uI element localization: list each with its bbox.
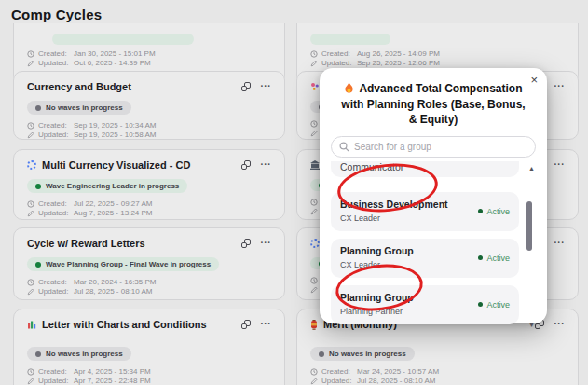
updated-row: Updated:Apr 7, 2025 - 22:48 PM xyxy=(27,377,271,385)
created-row: Created:Jul 22, 2025 - 09:27 AM xyxy=(27,199,271,208)
clock-icon xyxy=(27,368,34,376)
card-title: Currency and Budget xyxy=(27,81,131,92)
clock-icon xyxy=(310,50,318,58)
group-search xyxy=(331,136,536,158)
wave-status-badge xyxy=(52,34,194,45)
cycle-card-currency-and-budget[interactable]: Currency and Budget ··· No waves in prog… xyxy=(13,71,285,140)
wave-status-badge: No waves in progress xyxy=(27,101,131,115)
status-dot xyxy=(35,105,41,111)
pencil-icon xyxy=(27,60,34,67)
created-row: Created:Aug 26, 2025 - 14:09 PM xyxy=(310,49,565,58)
wave-status-badge: Wave Planning Group - Final Wave in prog… xyxy=(27,257,219,271)
scrollbar-thumb[interactable] xyxy=(526,201,532,251)
card-title: Multi Currency Visualized - CD xyxy=(27,159,190,171)
duplicate-icon[interactable] xyxy=(241,239,251,248)
pencil-icon xyxy=(27,210,34,217)
updated-row: Updated:Jul 28, 2025 - 08:10 AM xyxy=(27,287,271,296)
duplicate-icon[interactable] xyxy=(241,82,251,91)
wave-status-badge xyxy=(310,34,390,45)
modal-title: Advanced Total Compensation with Plannin… xyxy=(336,81,530,128)
cycle-card-multi-currency-visualized[interactable]: Multi Currency Visualized - CD ··· Wave … xyxy=(13,149,285,220)
clock-icon xyxy=(27,279,34,286)
active-dot xyxy=(478,209,483,213)
confetti-icon xyxy=(310,82,320,91)
list-item-business-development[interactable]: Business Development CX Leader Active xyxy=(331,192,519,231)
created-row: Created:Mar 24, 2025 - 10:57 AM xyxy=(310,367,565,376)
spinner-icon xyxy=(310,239,320,248)
bar-chart-icon xyxy=(27,320,36,329)
lantern-icon xyxy=(310,320,318,330)
more-options-icon[interactable]: ··· xyxy=(554,320,566,329)
list-item-planning-group-partner[interactable]: Planning Group Planning Partner Active xyxy=(331,285,519,324)
created-row: Created:Sep 19, 2025 - 10:34 AM xyxy=(27,121,271,130)
updated-row: Updated:Oct 6, 2025 - 14:39 PM xyxy=(27,59,271,67)
clock-icon xyxy=(310,120,318,128)
search-input[interactable] xyxy=(354,142,527,152)
list-item-communicator[interactable]: Communicator xyxy=(331,161,519,177)
cycle-card-cycle-w-reward-letters[interactable]: Cycle w/ Reward Letters ··· Wave Plannin… xyxy=(13,227,285,300)
bank-icon xyxy=(310,160,320,170)
search-icon xyxy=(339,142,349,152)
status-dot xyxy=(35,351,41,357)
wave-status-badge: No waves in progress xyxy=(27,347,131,361)
clock-icon xyxy=(27,200,34,208)
page-title: Comp Cycles xyxy=(11,7,102,22)
cycle-card-letter-with-charts[interactable]: Letter with Charts and Conditions ··· No… xyxy=(13,309,285,385)
pencil-icon xyxy=(310,60,318,67)
clock-icon xyxy=(310,368,318,376)
more-options-icon[interactable]: ··· xyxy=(261,82,272,91)
fire-icon xyxy=(344,82,354,94)
pencil-icon xyxy=(27,378,34,385)
created-value: Sep 19, 2025 - 10:34 AM xyxy=(74,121,157,130)
more-options-icon[interactable]: ··· xyxy=(554,82,566,91)
status-dot xyxy=(35,262,41,268)
more-options-icon[interactable]: ··· xyxy=(554,160,566,170)
clock-icon xyxy=(27,122,34,130)
updated-value: Sep 25, 2025 - 12:06 PM xyxy=(357,59,440,67)
active-dot xyxy=(478,255,483,260)
scroll-up-icon[interactable]: ▲ xyxy=(528,165,535,172)
spinner-icon xyxy=(27,160,36,170)
status-dot xyxy=(35,184,41,189)
more-options-icon[interactable]: ··· xyxy=(261,320,272,329)
group-list: Communicator Business Development CX Lea… xyxy=(331,161,536,335)
created-value: Aug 26, 2025 - 14:09 PM xyxy=(357,49,440,58)
updated-row: Updated:Jul 28, 2025 - 08:10 AM xyxy=(310,377,565,385)
updated-row: Updated:Sep 25, 2025 - 12:06 PM xyxy=(310,59,565,67)
card-title: Letter with Charts and Conditions xyxy=(27,319,207,330)
more-options-icon[interactable]: ··· xyxy=(261,239,272,248)
scroll-down-icon[interactable]: ▼ xyxy=(528,322,535,328)
updated-value: Sep 19, 2025 - 10:58 AM xyxy=(74,131,157,139)
status-dot xyxy=(319,351,324,357)
card-title: Cycle w/ Reward Letters xyxy=(27,238,145,249)
duplicate-icon[interactable] xyxy=(241,160,251,170)
active-dot xyxy=(478,302,483,307)
close-icon[interactable]: × xyxy=(530,74,538,87)
pencil-icon xyxy=(310,378,318,385)
clock-icon xyxy=(310,277,318,284)
pencil-icon xyxy=(310,208,318,215)
pencil-icon xyxy=(27,288,34,296)
duplicate-icon[interactable] xyxy=(241,320,251,329)
created-row: Created:Mar 20, 2024 - 16:35 PM xyxy=(27,278,271,286)
pencil-icon xyxy=(310,130,318,137)
group-picker-modal: × Advanced Total Compensation with Plann… xyxy=(320,68,547,323)
more-options-icon[interactable]: ··· xyxy=(554,239,566,248)
clock-icon xyxy=(310,199,318,206)
list-item-planning-group-cx[interactable]: Planning Group CX Leader Active xyxy=(331,239,519,278)
more-options-icon[interactable]: ··· xyxy=(261,160,272,170)
wave-status-badge: No waves in progress xyxy=(310,347,415,361)
updated-row: Updated:Aug 7, 2025 - 13:24 PM xyxy=(27,209,271,217)
pencil-icon xyxy=(310,286,318,294)
wave-status-badge: Wave Engineering Leader in progress xyxy=(27,179,187,193)
updated-value: Oct 6, 2025 - 14:39 PM xyxy=(74,59,151,67)
pencil-icon xyxy=(27,131,34,139)
status-badge: Active xyxy=(478,300,510,309)
created-value: Jan 30, 2025 - 15:01 PM xyxy=(74,49,156,58)
status-badge: Active xyxy=(478,254,510,263)
updated-row: Updated:Sep 19, 2025 - 10:58 AM xyxy=(27,131,271,139)
created-row: Created:Apr 4, 2025 - 15:34 PM xyxy=(27,367,271,376)
created-row: Created:Jan 30, 2025 - 15:01 PM xyxy=(27,49,271,58)
clock-icon xyxy=(27,50,34,58)
status-badge: Active xyxy=(478,207,510,216)
